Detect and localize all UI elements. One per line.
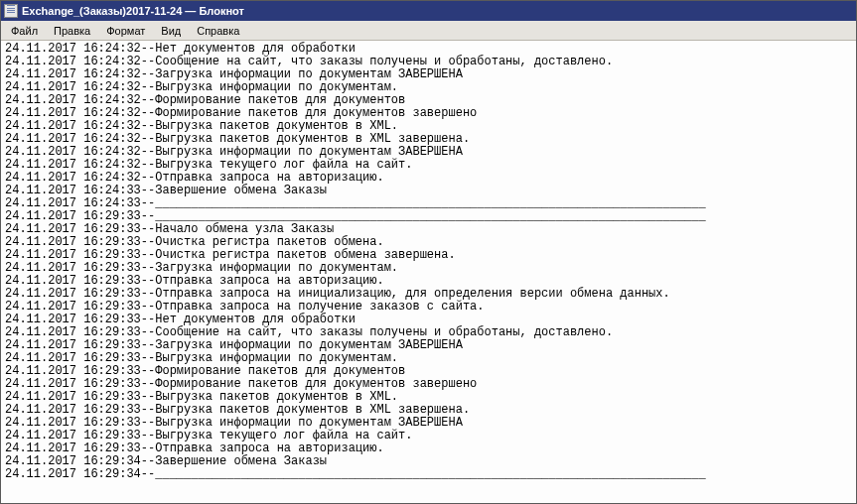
notepad-window: Exchange_(Заказы)2017-11-24 — Блокнот Фа… (0, 0, 857, 504)
log-line: 24.11.2017 16:29:34--___________________… (5, 468, 852, 481)
menubar: Файл Правка Формат Вид Справка (1, 21, 856, 41)
menu-edit[interactable]: Правка (46, 23, 98, 39)
menu-file[interactable]: Файл (3, 23, 46, 39)
text-area[interactable]: 24.11.2017 16:24:32--Нет документов для … (1, 41, 856, 503)
menu-format[interactable]: Формат (98, 23, 153, 39)
menu-help[interactable]: Справка (189, 23, 247, 39)
notepad-icon (4, 4, 18, 18)
window-title: Exchange_(Заказы)2017-11-24 — Блокнот (22, 5, 244, 17)
titlebar[interactable]: Exchange_(Заказы)2017-11-24 — Блокнот (1, 1, 856, 21)
menu-view[interactable]: Вид (153, 23, 189, 39)
